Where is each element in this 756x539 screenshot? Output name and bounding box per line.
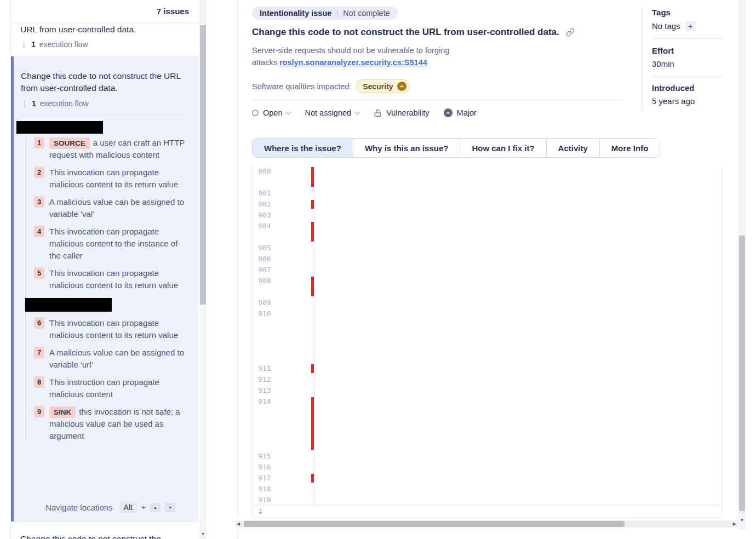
navigate-up-button[interactable]: ▴ [150,503,161,512]
code-line[interactable]: 903 [253,210,721,221]
horizontal-scrollbar-thumb[interactable] [244,521,625,527]
step-text: A malicious value can be assigned to var… [49,347,191,371]
code-line[interactable]: 907 [253,265,721,276]
redacted-file-location [16,121,103,134]
divider [21,114,189,115]
step-text: This invocation can propagate malicious … [49,317,191,341]
scroll-down-arrow-icon[interactable]: ▼ [738,518,746,523]
flow-step-1[interactable]: 1 SOURCEa user can craft an HTTP request… [34,137,198,161]
flow-step-8[interactable]: 8 This instruction can propagate malicio… [34,376,198,400]
issue-card-previous[interactable]: URL from user-controlled data. ⋮ 1 execu… [11,23,198,56]
status-dropdown[interactable]: Open [252,108,290,117]
sidebar-scrollbar[interactable]: ▾ [199,0,207,539]
code-line[interactable]: 910 [253,308,721,363]
flow-step-4[interactable]: 4 This invocation can propagate maliciou… [34,226,198,262]
code-line[interactable]: 902 [253,199,721,210]
issue-type-badge: Intentionality issue Not complete [252,7,398,20]
execution-flow-row[interactable]: ⋮ 1 execution flow [21,99,198,108]
tags-heading: Tags [652,8,729,17]
software-qualities-row: Software qualities impacted: Security [252,79,630,93]
code-line[interactable]: 915 [253,451,721,462]
code-line[interactable]: 909 [253,297,721,308]
issues-count-label: 7 issues [157,7,189,16]
alt-key-hint: Alt [119,502,137,513]
issue-card-next[interactable]: Change this code to not construct the [11,521,198,539]
code-horizontal-scrollbar[interactable]: ◀ ▶ [236,520,738,527]
issue-title: Change this code to not construct the [20,533,189,539]
add-tag-button[interactable]: + [685,21,696,31]
tab-where-is-the-issue[interactable]: Where is the issue? [253,139,353,157]
assignee-label: Not assigned [305,108,351,117]
code-line[interactable]: 904 [253,221,721,243]
step-number-badge: 7 [34,347,44,358]
code-line[interactable]: 906 [253,254,721,265]
step-number-badge: 1 [34,137,44,148]
issue-location-marker [311,397,314,450]
selected-issue-title: Change this code to not construct the UR… [21,70,192,94]
scroll-down-arrow-icon[interactable]: ▾ [199,531,207,536]
expand-lines-icon: ⇣ [257,507,264,515]
arrow-down-icon: ▾ [169,505,171,510]
expand-lines-button[interactable]: ⇣ [253,505,721,517]
permalink-icon[interactable] [566,28,575,37]
tab-activity[interactable]: Activity [547,139,600,157]
step-text: This invocation can propagate malicious … [49,267,191,291]
tab-how-can-i-fix-it[interactable]: How can I fix it? [460,139,546,157]
flow-step-7[interactable]: 7 A malicious value can be assigned to v… [34,347,198,371]
step-number-badge: 3 [34,196,44,208]
sidebar-scrollbar-thumb[interactable] [200,25,206,305]
flow-step-2[interactable]: 2 This invocation can propagate maliciou… [34,167,198,191]
issue-location-marker [311,474,314,483]
code-line[interactable]: 914 [253,396,721,451]
code-line[interactable]: 908 [253,276,721,297]
code-line[interactable]: 901 [253,188,721,199]
step-text: This instruction can propagate malicious… [49,376,191,400]
tab-more-info[interactable]: More Info [600,139,660,157]
code-line[interactable]: 905 [253,243,721,254]
flow-label: execution flow [40,99,89,108]
execution-flow-icon: ⋮ [20,41,27,49]
code-line[interactable]: 916 [253,462,721,473]
step-text: This invocation can propagate malicious … [49,167,191,191]
code-viewer: 900 901 902 903 904 905 906 907 908 909 … [252,166,722,518]
flow-step-9[interactable]: 9 SINKthis invocation is not safe; a mal… [34,406,198,442]
flow-label: execution flow [39,40,88,49]
rule-link[interactable]: roslyn.sonaranalyzer.security.cs:S5144 [279,58,427,67]
execution-flow-row[interactable]: ⋮ 1 execution flow [20,40,189,49]
vertical-scrollbar-thumb[interactable] [739,236,745,511]
plus-separator: + [141,503,146,512]
chevron-down-icon [355,109,360,114]
flow-step-3[interactable]: 3 A malicious value can be assigned to v… [34,196,198,220]
issue-card-selected[interactable]: Change this code to not construct the UR… [11,56,198,521]
code-line[interactable]: 911 [253,363,721,374]
issue-header: Intentionality issue Not complete Change… [252,7,630,93]
code-line[interactable]: 918 [253,484,721,495]
scroll-right-arrow-icon[interactable]: ▶ [733,520,736,527]
code-line[interactable]: 900 [253,166,721,188]
tags-value: No tags [652,21,680,31]
issue-type-indicator: Vulnerability [374,108,429,117]
code-line[interactable]: 912 [253,374,721,385]
issues-count-header: 7 issues [11,0,198,23]
code-line[interactable]: 913 [253,385,721,396]
navigate-down-button[interactable]: ▾ [165,503,175,512]
arrow-up-icon: ▴ [154,505,157,510]
issue-location-marker [311,222,314,242]
step-text: A malicious value can be assigned to var… [49,196,191,220]
step-text: This invocation can propagate malicious … [49,226,191,262]
issue-meta-panel: Tags No tags + Effort 30min Introduced 5… [652,8,729,106]
code-line[interactable]: 917 [253,473,721,484]
security-quality-badge[interactable]: Security [356,79,409,93]
scroll-left-arrow-icon[interactable]: ◀ [237,520,240,527]
issue-title-heading: Change this code to not construct the UR… [252,27,559,38]
navigate-locations-row: Navigate locations Alt + ▴ ▾ [45,502,175,513]
page-vertical-scrollbar[interactable]: ▼ [738,0,746,530]
step-number-badge: 4 [34,226,44,237]
issue-location-marker [311,364,314,373]
flow-step-5[interactable]: 5 This invocation can propagate maliciou… [34,267,198,291]
flow-step-6[interactable]: 6 This invocation can propagate maliciou… [34,317,198,341]
badge-separator [337,9,337,18]
assignee-dropdown[interactable]: Not assigned [305,108,359,117]
code-line[interactable]: 919 [253,495,721,506]
tab-why-is-this-an-issue[interactable]: Why is this an issue? [353,139,461,157]
